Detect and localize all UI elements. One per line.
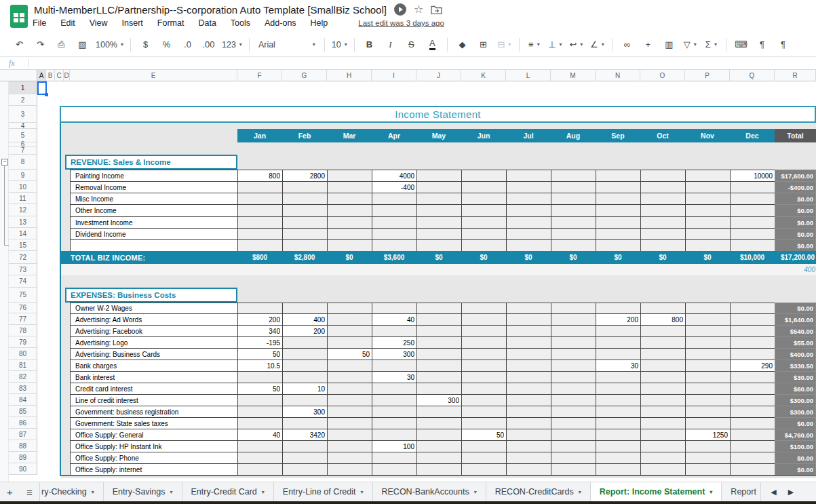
column-header-E[interactable]: E (70, 70, 237, 81)
row-label-cell[interactable]: Office Supply: General (70, 429, 238, 441)
data-cell[interactable] (372, 452, 417, 464)
data-cell[interactable] (730, 325, 775, 337)
data-cell[interactable] (282, 303, 328, 314)
data-cell[interactable] (551, 417, 596, 429)
data-cell[interactable] (282, 360, 328, 372)
data-cell[interactable] (551, 463, 596, 476)
data-cell[interactable] (685, 406, 731, 418)
month-header-nov[interactable]: Nov (685, 129, 731, 142)
data-cell[interactable] (237, 193, 283, 205)
data-cell[interactable] (237, 463, 283, 476)
bold-button[interactable]: B (360, 37, 379, 53)
data-cell[interactable] (730, 181, 775, 193)
row-header-74[interactable]: 74 (9, 275, 37, 288)
data-cell[interactable] (461, 348, 507, 360)
data-cell[interactable] (685, 452, 731, 464)
column-header-B[interactable]: B (46, 70, 55, 81)
data-cell[interactable] (685, 417, 731, 429)
data-cell[interactable] (640, 336, 686, 349)
selection-fill-handle[interactable] (45, 93, 48, 96)
data-cell[interactable]: 40 (372, 313, 417, 326)
column-header-K[interactable]: K (461, 70, 506, 81)
italic-button[interactable]: I (381, 37, 400, 53)
menu-file[interactable]: File (33, 18, 46, 28)
data-cell[interactable] (640, 360, 686, 372)
sheet-tab-menu-icon[interactable]: ▾ (710, 489, 712, 495)
data-cell[interactable] (730, 417, 775, 429)
data-cell[interactable]: 50 (327, 348, 372, 360)
data-cell[interactable] (685, 348, 731, 360)
data-cell[interactable] (551, 181, 596, 193)
row-header-80[interactable]: 80 (9, 348, 37, 360)
note-cell[interactable]: 400 (61, 264, 816, 275)
row-header-87[interactable]: 87 (9, 429, 37, 440)
data-cell[interactable] (237, 204, 283, 217)
star-icon[interactable]: ☆ (414, 4, 423, 15)
data-cell[interactable] (730, 371, 775, 383)
data-cell[interactable] (327, 452, 372, 464)
data-cell[interactable] (461, 325, 507, 337)
data-cell[interactable] (416, 228, 462, 240)
data-cell[interactable] (282, 440, 328, 452)
data-cell[interactable] (685, 371, 731, 383)
data-cell[interactable] (506, 239, 551, 252)
data-cell[interactable] (461, 371, 507, 383)
data-cell[interactable] (461, 360, 507, 372)
data-cell[interactable] (596, 417, 641, 429)
data-cell[interactable] (685, 394, 731, 406)
data-cell[interactable]: 40 (237, 429, 283, 441)
data-cell[interactable] (372, 394, 417, 406)
more-formats-button[interactable]: 123 (220, 37, 244, 53)
column-header-J[interactable]: J (416, 70, 461, 81)
data-cell[interactable] (372, 216, 417, 229)
data-cell[interactable] (551, 204, 596, 217)
row-label-cell[interactable]: Investment Income (70, 216, 238, 229)
data-cell[interactable] (461, 394, 507, 406)
data-cell[interactable] (506, 383, 551, 395)
data-cell[interactable] (506, 371, 551, 383)
data-cell[interactable] (551, 383, 596, 395)
data-cell[interactable] (551, 452, 596, 464)
column-header-I[interactable]: I (372, 70, 416, 81)
row-total-cell[interactable]: $0.00 (775, 452, 816, 464)
data-cell[interactable] (461, 193, 507, 205)
data-cell[interactable]: 1250 (685, 429, 731, 441)
row-label-cell[interactable] (70, 239, 238, 252)
row-header-75[interactable]: 75 (9, 288, 37, 303)
add-sheet-button[interactable]: + (0, 482, 20, 501)
menu-format[interactable]: Format (157, 18, 184, 28)
data-cell[interactable] (372, 325, 417, 337)
font-select[interactable]: Arial (254, 37, 319, 53)
data-cell[interactable]: 290 (730, 360, 775, 372)
fill-color-button[interactable]: ◆ (452, 37, 472, 53)
menu-tools[interactable]: Tools (231, 18, 250, 28)
data-cell[interactable] (640, 216, 686, 229)
month-header-mar[interactable]: Mar (327, 129, 372, 142)
sheet-tab-menu-icon[interactable]: ▾ (474, 489, 477, 495)
data-cell[interactable] (461, 417, 507, 429)
data-cell[interactable] (685, 440, 731, 452)
menu-data[interactable]: Data (198, 18, 216, 28)
sheet-tab-ry-checking[interactable]: ry-Checking▾ (39, 482, 104, 501)
format-currency-button[interactable]: $ (136, 37, 155, 53)
data-cell[interactable] (640, 303, 686, 314)
data-cell[interactable] (282, 336, 328, 349)
data-cell[interactable]: 200 (237, 313, 283, 326)
data-cell[interactable] (372, 204, 417, 217)
data-cell[interactable] (506, 181, 551, 193)
row-header-3[interactable]: 3 (9, 106, 37, 123)
row-header-85[interactable]: 85 (9, 406, 37, 417)
row-total-cell[interactable]: $4,760.00 (775, 429, 816, 441)
column-header-D[interactable]: D (64, 70, 70, 81)
sheet-tab-entry-line-of-credit[interactable]: Entry-Line of Credit▾ (274, 482, 373, 501)
data-cell[interactable] (327, 394, 372, 406)
format-percent-button[interactable]: % (157, 37, 176, 53)
data-cell[interactable] (596, 336, 641, 349)
row-header-14[interactable]: 14 (9, 228, 37, 239)
data-cell[interactable] (327, 170, 372, 182)
data-cell[interactable] (551, 325, 596, 337)
data-cell[interactable] (685, 170, 731, 182)
row-header-83[interactable]: 83 (9, 383, 37, 394)
row-label-cell[interactable]: Misc Income (70, 193, 238, 205)
text-rotation-button[interactable]: ∠ (587, 37, 607, 53)
